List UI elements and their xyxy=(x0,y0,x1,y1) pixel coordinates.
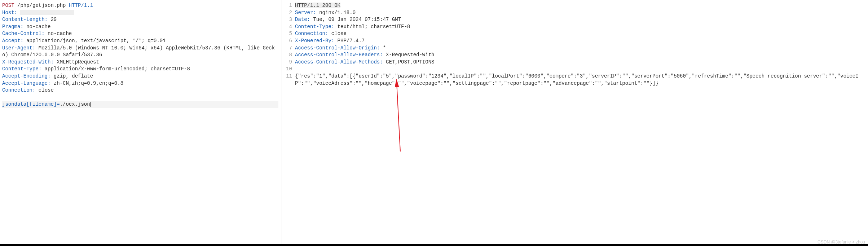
response-code-area[interactable]: HTTP/1.1 200 OK Server: nginx/1.18.0Date… xyxy=(295,2,866,244)
blank-line xyxy=(295,66,866,73)
line-number: 9 xyxy=(284,59,292,66)
request-header-line[interactable]: Cache-Control: no-cache xyxy=(2,30,279,38)
header-name: Access-Control-Allow-Methods: xyxy=(295,59,383,65)
request-path: /php/getjson.php xyxy=(14,3,69,8)
header-value: Tue, 09 Jan 2024 07:15:47 GMT xyxy=(310,17,401,22)
line-number: 7 xyxy=(284,45,292,52)
response-status-line[interactable]: HTTP/1.1 200 OK xyxy=(295,2,866,9)
line-number: 4 xyxy=(284,23,292,31)
header-value: Mozilla/5.0 (Windows NT 10.0; Win64; x64… xyxy=(2,45,275,58)
bottom-bar xyxy=(0,244,868,246)
header-value: * xyxy=(380,45,386,51)
header-value: gzip, deflate xyxy=(50,73,93,79)
line-number: 5 xyxy=(284,30,292,38)
header-name: X-Requested-With: xyxy=(2,59,54,65)
header-value: application/x-www-form-urlencoded; chars… xyxy=(41,66,190,72)
request-header-line[interactable]: Accept-Encoding: gzip, deflate xyxy=(2,73,279,80)
response-panel[interactable]: 1234567891011 HTTP/1.1 200 OK Server: ng… xyxy=(282,0,868,246)
response-header-line[interactable]: X-Powered-By: PHP/7.4.7 xyxy=(295,38,866,45)
request-header-line[interactable]: Content-Length: 29 xyxy=(2,16,279,23)
header-name: Content-Length: xyxy=(2,17,48,22)
response-header-line[interactable]: Server: nginx/1.18.0 xyxy=(295,9,866,17)
redacted-value xyxy=(20,10,74,15)
response-header-line[interactable]: Access-Control-Allow-Methods: GET,POST,O… xyxy=(295,59,866,66)
request-first-line[interactable]: POST /php/getjson.php HTTP/1.1 xyxy=(2,2,279,9)
header-value: 29 xyxy=(48,17,57,22)
line-number: 3 xyxy=(284,16,292,23)
response-header-line[interactable]: Content-Type: text/html; charset=UTF-8 xyxy=(295,23,866,31)
request-header-line[interactable]: Content-Type: application/x-www-form-url… xyxy=(2,66,279,73)
status-text: HTTP/1.1 200 OK xyxy=(295,3,340,8)
header-name: Host: xyxy=(2,10,17,16)
line-number: 6 xyxy=(284,38,292,45)
header-name: Connection: xyxy=(2,87,35,93)
header-name: Accept-Encoding: xyxy=(2,73,50,79)
request-method: POST xyxy=(2,3,14,8)
header-value: no-cache xyxy=(45,31,72,36)
blank-line xyxy=(2,94,279,101)
header-name: Pragma: xyxy=(2,24,23,30)
header-value: no-cache xyxy=(23,24,51,30)
body-key: jsondata[filename]= xyxy=(2,101,60,107)
header-name: Accept: xyxy=(2,38,23,44)
header-name: User-Agent: xyxy=(2,45,35,51)
request-proto: HTTP/1.1 xyxy=(69,3,93,8)
request-header-line[interactable]: Accept: application/json, text/javascrip… xyxy=(2,38,279,45)
response-header-line[interactable]: Connection: close xyxy=(295,30,866,38)
header-value: application/json, text/javascript, */*; … xyxy=(23,38,166,44)
header-value: text/html; charset=UTF-8 xyxy=(334,24,410,30)
header-value: XMLHttpRequest xyxy=(54,59,99,65)
line-number: 8 xyxy=(284,52,292,59)
header-name: Date: xyxy=(295,17,310,22)
request-panel[interactable]: POST /php/getjson.php HTTP/1.1 Host: Con… xyxy=(0,0,282,246)
request-header-line[interactable]: Pragma: no-cache xyxy=(2,23,279,31)
header-value: GET,POST,OPTIONS xyxy=(383,59,435,65)
cursor-icon xyxy=(91,102,91,107)
header-name: Content-Type: xyxy=(2,66,41,72)
header-value: X-Requested-With xyxy=(383,52,435,58)
header-value: nginx/1.18.0 xyxy=(316,10,356,16)
request-header-line[interactable]: Connection: close xyxy=(2,87,279,94)
body-value: ./ocx.json xyxy=(60,101,90,107)
response-body[interactable]: {"res":"1","data":[{"userId":"5","passwo… xyxy=(295,73,866,87)
line-number: 10 xyxy=(284,66,292,73)
request-header-line[interactable]: X-Requested-With: XMLHttpRequest xyxy=(2,59,279,66)
line-number: 1 xyxy=(284,2,292,9)
response-header-line[interactable]: Date: Tue, 09 Jan 2024 07:15:47 GMT xyxy=(295,16,866,23)
header-name: X-Powered-By: xyxy=(295,38,334,44)
response-header-line[interactable]: Access-Control-Allow-Origin: * xyxy=(295,45,866,52)
line-number: 2 xyxy=(284,9,292,17)
line-number: 11 xyxy=(284,73,292,80)
header-name: Connection: xyxy=(295,31,328,36)
response-header-line[interactable]: Access-Control-Allow-Headers: X-Requeste… xyxy=(295,52,866,59)
request-header-line[interactable]: User-Agent: Mozilla/5.0 (Windows NT 10.0… xyxy=(2,45,279,59)
header-name: Content-Type: xyxy=(295,24,334,30)
header-name: Access-Control-Allow-Origin: xyxy=(295,45,380,51)
request-body-line[interactable]: jsondata[filename]=./ocx.json xyxy=(2,101,279,108)
request-header-line[interactable]: Host: xyxy=(2,9,279,17)
header-value: zh-CN,zh;q=0.9,en;q=0.8 xyxy=(50,80,123,86)
header-name: Accept-Language: xyxy=(2,80,50,86)
header-name: Access-Control-Allow-Headers: xyxy=(295,52,383,58)
header-value: close xyxy=(35,87,53,93)
request-header-line[interactable]: Accept-Language: zh-CN,zh;q=0.9,en;q=0.8 xyxy=(2,80,279,87)
header-value: close xyxy=(328,31,346,36)
header-value: PHP/7.4.7 xyxy=(334,38,365,44)
header-name: Cache-Control: xyxy=(2,31,45,36)
header-name: Server: xyxy=(295,10,316,16)
line-number-gutter: 1234567891011 xyxy=(284,2,295,244)
